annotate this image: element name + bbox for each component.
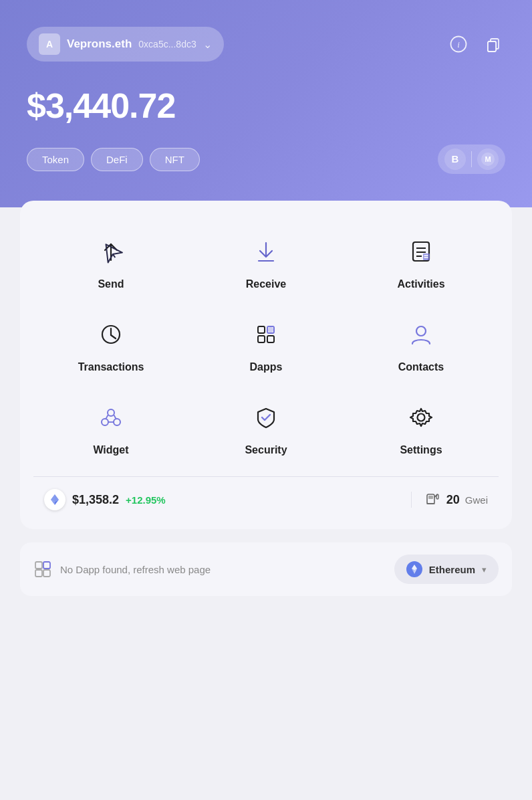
gas-unit: Gwei bbox=[465, 494, 488, 506]
transactions-icon bbox=[94, 317, 128, 352]
chain-icon-m: M bbox=[477, 148, 499, 170]
wallet-address: 0xca5c...8dc3 bbox=[138, 39, 196, 49]
widget-button[interactable]: Widget bbox=[33, 387, 188, 470]
send-icon bbox=[94, 234, 128, 269]
footer-bar: $1,358.2 +12.95% 20 Gwei bbox=[33, 476, 499, 516]
receive-button[interactable]: Receive bbox=[188, 221, 344, 304]
copy-button[interactable] bbox=[481, 32, 505, 56]
activities-icon bbox=[404, 234, 438, 269]
svg-point-28 bbox=[416, 326, 426, 336]
svg-rect-48 bbox=[43, 570, 50, 577]
security-icon bbox=[249, 400, 283, 435]
eth-price-value: $1,358.2 bbox=[72, 493, 119, 507]
settings-button[interactable]: Settings bbox=[344, 387, 499, 470]
eth-price-section: $1,358.2 +12.95% bbox=[44, 489, 166, 510]
address-bar: A Veprons.eth 0xca5c...8dc3 ⌄ i bbox=[27, 27, 505, 62]
chain-divider bbox=[471, 151, 473, 167]
wallet-name: Veprons.eth bbox=[67, 37, 132, 51]
svg-rect-17 bbox=[423, 254, 430, 260]
contacts-button[interactable]: Contacts bbox=[344, 304, 499, 387]
send-label: Send bbox=[98, 278, 124, 290]
svg-text:M: M bbox=[485, 155, 491, 163]
svg-point-29 bbox=[108, 409, 114, 416]
chain-icon-b: B bbox=[444, 148, 466, 170]
security-label: Security bbox=[245, 444, 287, 456]
action-grid: Send Receive bbox=[33, 221, 499, 470]
dapps-label: Dapps bbox=[250, 361, 283, 373]
gas-section: 20 Gwei bbox=[411, 492, 488, 508]
svg-rect-45 bbox=[35, 562, 42, 569]
settings-label: Settings bbox=[400, 444, 442, 456]
filter-row: Token DeFi NFT B M bbox=[27, 144, 505, 174]
svg-rect-25 bbox=[258, 336, 265, 342]
receive-label: Receive bbox=[246, 278, 287, 290]
no-dapp-section: No Dapp found, refresh web page bbox=[33, 560, 211, 579]
settings-icon bbox=[404, 400, 438, 435]
widget-icon bbox=[94, 400, 128, 435]
activities-button[interactable]: Activities bbox=[344, 221, 499, 304]
network-name: Ethereum bbox=[429, 564, 475, 575]
transactions-label: Transactions bbox=[78, 361, 144, 373]
chain-selector[interactable]: B M bbox=[438, 144, 506, 174]
header: A Veprons.eth 0xca5c...8dc3 ⌄ i $3,4 bbox=[0, 0, 532, 207]
svg-marker-39 bbox=[51, 494, 55, 502]
svg-rect-41 bbox=[428, 496, 433, 499]
send-button[interactable]: Send bbox=[33, 221, 188, 304]
svg-rect-47 bbox=[35, 570, 42, 577]
svg-point-35 bbox=[418, 414, 425, 421]
info-button[interactable]: i bbox=[446, 32, 471, 56]
bottom-bar: No Dapp found, refresh web page Ethereum… bbox=[20, 542, 512, 596]
address-pill[interactable]: A Veprons.eth 0xca5c...8dc3 ⌄ bbox=[27, 27, 224, 62]
nft-tab[interactable]: NFT bbox=[150, 148, 200, 171]
gas-value: 20 bbox=[446, 493, 460, 507]
header-actions: i bbox=[446, 32, 505, 56]
avatar: A bbox=[39, 33, 60, 55]
svg-line-32 bbox=[106, 415, 108, 419]
defi-tab[interactable]: DeFi bbox=[91, 148, 143, 171]
dapps-bottom-icon bbox=[33, 560, 52, 579]
svg-point-31 bbox=[114, 419, 120, 425]
network-chevron-icon: ▾ bbox=[482, 565, 487, 575]
dapps-icon bbox=[249, 317, 283, 352]
receive-icon bbox=[249, 234, 283, 269]
token-tab[interactable]: Token bbox=[27, 148, 84, 171]
eth-change-value: +12.95% bbox=[126, 494, 166, 506]
main-card: Send Receive bbox=[20, 201, 512, 529]
network-selector[interactable]: Ethereum ▾ bbox=[394, 555, 499, 584]
dapps-button[interactable]: Dapps bbox=[188, 304, 344, 387]
svg-text:B: B bbox=[451, 153, 458, 165]
eth-network-logo bbox=[406, 561, 422, 577]
svg-line-22 bbox=[111, 335, 116, 338]
balance-display: $3,440.72 bbox=[27, 86, 505, 126]
chevron-down-icon: ⌄ bbox=[203, 38, 212, 51]
security-button[interactable]: Security bbox=[188, 387, 344, 470]
eth-logo bbox=[44, 489, 65, 510]
svg-line-10 bbox=[113, 254, 115, 258]
no-dapp-text: No Dapp found, refresh web page bbox=[60, 564, 211, 575]
contacts-label: Contacts bbox=[398, 361, 444, 373]
widget-label: Widget bbox=[93, 444, 128, 456]
svg-rect-26 bbox=[267, 336, 274, 342]
svg-rect-4 bbox=[488, 41, 496, 52]
activities-label: Activities bbox=[397, 278, 444, 290]
transactions-button[interactable]: Transactions bbox=[33, 304, 188, 387]
filter-tabs: Token DeFi NFT bbox=[27, 148, 200, 171]
svg-point-27 bbox=[268, 327, 273, 332]
contacts-icon bbox=[404, 317, 438, 352]
svg-rect-46 bbox=[43, 562, 50, 569]
svg-rect-23 bbox=[258, 326, 265, 333]
gas-icon bbox=[425, 492, 441, 508]
svg-point-30 bbox=[102, 419, 108, 425]
svg-line-33 bbox=[114, 415, 116, 419]
svg-text:i: i bbox=[457, 39, 460, 49]
